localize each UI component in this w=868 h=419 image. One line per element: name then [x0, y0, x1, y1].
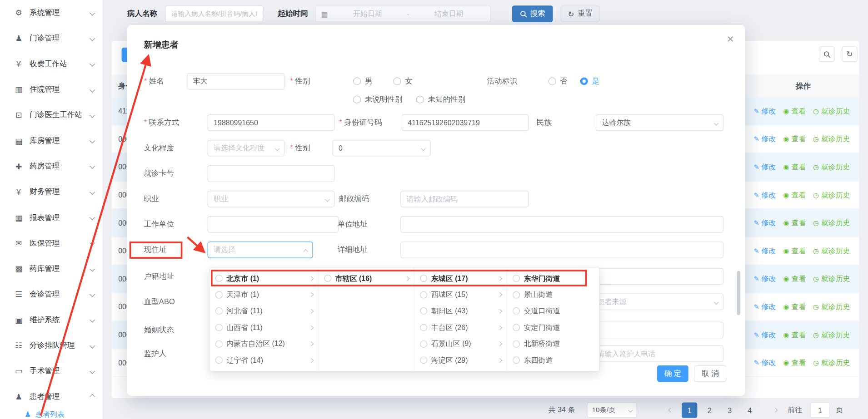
sidebar-item[interactable]: ¥ 财务管理 — [0, 179, 103, 205]
guardian-phone-input[interactable] — [591, 345, 723, 362]
visit-history-link[interactable]: ◷就诊历史 — [813, 302, 850, 312]
sidebar-item[interactable]: ♟ 患者管理 — [0, 384, 103, 409]
visit-history-link[interactable]: ◷就诊历史 — [813, 106, 850, 116]
cascader-option-district[interactable]: 海淀区 (29) — [414, 352, 507, 369]
view-link[interactable]: ◉查看 — [783, 190, 806, 200]
sidebar-item[interactable]: ▦ 报表管理 — [0, 205, 103, 230]
modal-scrollbar[interactable] — [737, 271, 740, 315]
cascader-option-street[interactable]: 景山街道 — [507, 286, 600, 303]
cascader-option-city[interactable]: 市辖区 (16) — [319, 270, 414, 286]
cascader-option-province[interactable]: 天津市 (1) — [210, 286, 318, 303]
close-icon[interactable]: ✕ — [727, 34, 734, 44]
visit-history-link[interactable]: ◷就诊历史 — [813, 330, 850, 340]
cascader-option-street[interactable]: 东华门街道 — [507, 270, 600, 286]
id-number-input[interactable] — [402, 114, 529, 131]
sidebar-item[interactable]: ♟ 门诊管理 — [0, 25, 103, 51]
radio-active-no[interactable]: 否 — [549, 73, 568, 90]
sidebar-item[interactable]: ⚙ 系统管理 — [0, 0, 103, 25]
card-number-input[interactable] — [208, 165, 335, 182]
postcode-input[interactable] — [400, 191, 529, 207]
cascader-option-street[interactable]: 安定门街道 — [507, 320, 600, 336]
sidebar-item[interactable]: ¥ 收费工作站 — [0, 51, 103, 77]
cascader-option-district[interactable]: 朝阳区 (43) — [414, 303, 507, 320]
gender2-select[interactable]: 0 — [333, 140, 431, 157]
current-address-select[interactable]: 请选择 — [208, 242, 313, 258]
marital-right-input[interactable] — [591, 322, 723, 339]
search-button[interactable]: 搜索 — [512, 5, 553, 22]
cascader-option-district[interactable]: 西城区 (15) — [414, 286, 507, 303]
table-search-button[interactable] — [819, 46, 834, 62]
cascader-option-street[interactable]: 东四街道 — [507, 352, 600, 369]
visit-history-link[interactable]: ◷就诊历史 — [813, 218, 850, 228]
unit-address-input[interactable] — [400, 216, 723, 233]
sidebar-item[interactable]: ▥ 住院管理 — [0, 77, 103, 102]
edit-link[interactable]: ✎修改 — [753, 302, 776, 312]
page-number-button[interactable]: 1 — [682, 402, 697, 418]
sidebar-item[interactable]: ⊡ 门诊医生工作站 — [0, 102, 103, 128]
edit-link[interactable]: ✎修改 — [753, 218, 776, 228]
cascader-option-district[interactable]: 东城区 (17) — [414, 270, 507, 286]
edit-link[interactable]: ✎修改 — [753, 106, 776, 116]
start-date-placeholder[interactable]: 开始日期 — [332, 9, 404, 19]
ethnicity-select[interactable]: 达斡尔族 — [596, 114, 723, 131]
sidebar-item[interactable]: ▣ 维护系统 — [0, 307, 103, 332]
sidebar-item[interactable]: ✉ 医保管理 — [0, 230, 103, 256]
radio-gender-unstated[interactable]: 未说明性别 — [353, 91, 403, 108]
view-link[interactable]: ◉查看 — [783, 218, 806, 228]
cascader-option-province[interactable]: 山西省 (11) — [210, 320, 318, 336]
sidebar-item[interactable]: ▭ 手术管理 — [0, 358, 103, 384]
edit-link[interactable]: ✎修改 — [753, 274, 776, 284]
occupation-select[interactable]: 职业 — [208, 191, 335, 207]
add-patient-button-partial[interactable] — [122, 48, 127, 62]
view-link[interactable]: ◉查看 — [783, 274, 806, 284]
visit-history-link[interactable]: ◷就诊历史 — [813, 190, 850, 200]
edit-link[interactable]: ✎修改 — [753, 358, 776, 368]
contact-input[interactable] — [208, 114, 335, 131]
visit-history-link[interactable]: ◷就诊历史 — [813, 162, 850, 172]
view-link[interactable]: ◉查看 — [783, 162, 806, 172]
visit-history-link[interactable]: ◷就诊历史 — [813, 134, 850, 144]
edit-link[interactable]: ✎修改 — [753, 246, 776, 256]
cascader-option-street[interactable]: 北新桥街道 — [507, 336, 600, 352]
page-number-button[interactable]: 4 — [742, 402, 758, 418]
view-link[interactable]: ◉查看 — [783, 330, 806, 340]
sidebar-item[interactable]: ▩ 药库管理 — [0, 256, 103, 281]
next-page-button[interactable] — [769, 402, 782, 418]
sidebar-item[interactable]: ☰ 会诊管理 — [0, 281, 103, 307]
view-link[interactable]: ◉查看 — [783, 246, 806, 256]
view-link[interactable]: ◉查看 — [783, 106, 806, 116]
end-date-placeholder[interactable]: 结束日期 — [413, 9, 485, 19]
edit-link[interactable]: ✎修改 — [753, 162, 776, 172]
cascader-option-district[interactable]: 石景山区 (9) — [414, 336, 507, 352]
visit-history-link[interactable]: ◷就诊历史 — [813, 358, 850, 368]
page-size-select[interactable]: 10条/页 — [587, 402, 637, 418]
page-number-button[interactable]: 2 — [702, 402, 717, 418]
view-link[interactable]: ◉查看 — [783, 358, 806, 368]
goto-page-input[interactable] — [810, 402, 830, 418]
sidebar-item-patient-list[interactable]: ♟ 患者列表 — [0, 409, 103, 419]
sidebar-item[interactable]: ✚ 药房管理 — [0, 153, 103, 179]
detail-address-input[interactable] — [400, 242, 723, 258]
prev-page-button[interactable] — [664, 402, 677, 418]
sidebar-item[interactable]: ☷ 分诊排队管理 — [0, 333, 103, 358]
date-range-picker[interactable]: ▦ 开始日期 - 结束日期 — [315, 5, 491, 22]
patient-name-input[interactable] — [165, 5, 263, 22]
page-number-button[interactable]: 3 — [722, 402, 737, 418]
table-refresh-button[interactable]: ↻ — [842, 46, 857, 62]
edit-link[interactable]: ✎修改 — [753, 190, 776, 200]
radio-female[interactable]: 女 — [393, 73, 412, 90]
cancel-button[interactable]: 取 消 — [694, 365, 726, 382]
education-select[interactable]: 请选择文化程度 — [208, 140, 284, 157]
edit-link[interactable]: ✎修改 — [753, 330, 776, 340]
radio-male[interactable]: 男 — [353, 73, 372, 90]
cascader-option-province[interactable]: 北京市 (1) — [210, 270, 318, 286]
cascader-option-province[interactable]: 内蒙古自治区 (12) — [210, 336, 318, 352]
cascader-option-street[interactable]: 交道口街道 — [507, 303, 600, 320]
view-link[interactable]: ◉查看 — [783, 302, 806, 312]
patient-source-select[interactable]: 患者来源 — [591, 294, 723, 311]
cascader-option-province[interactable]: 辽宁省 (14) — [210, 352, 318, 369]
sidebar-item[interactable]: ▤ 库房管理 — [0, 128, 103, 153]
name-input[interactable] — [187, 73, 284, 90]
cascader-option-province[interactable]: 河北省 (11) — [210, 303, 318, 320]
visit-history-link[interactable]: ◷就诊历史 — [813, 274, 850, 284]
